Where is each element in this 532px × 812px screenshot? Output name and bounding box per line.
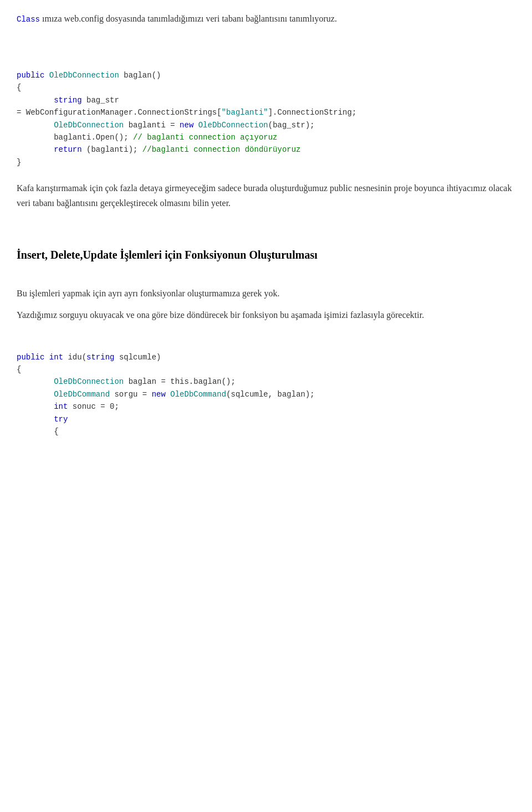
code-block-2: public int idu(string sqlcumle) { OleDbC… — [17, 349, 515, 440]
code-line: OleDbConnection baglanti = new OleDbConn… — [17, 119, 515, 131]
code-line: baglanti.Open(); // baglanti connection … — [17, 131, 515, 143]
code-line: } — [17, 156, 515, 168]
code-line: { — [17, 363, 515, 376]
code-line: OleDbCommand sorgu = new OleDbCommand(sq… — [17, 388, 515, 400]
intro-text-rest: ımıza web.config dosyasında tanımladığım… — [40, 14, 337, 23]
code-line: { — [17, 425, 515, 438]
code-block-1: public OleDbConnection baglan() { string… — [17, 67, 515, 171]
intro-paragraph: Class ımıza web.config dosyasında tanıml… — [17, 11, 515, 27]
code-line: public int idu(string sqlcumle) — [17, 351, 515, 363]
code-line: string bag_str — [17, 94, 515, 106]
code-line: return (baglanti); //baglanti connection… — [17, 143, 515, 156]
middle-paragraph: Kafa karıştırmamak için çok fazla detaya… — [17, 181, 515, 210]
code-line: OleDbConnection baglan = this.baglan(); — [17, 376, 515, 388]
intro-text-class: Class — [17, 15, 40, 24]
code-line: try — [17, 413, 515, 425]
code-line: int sonuc = 0; — [17, 400, 515, 413]
section-para-2: Yazdığımız sorguyu okuyacak ve ona göre … — [17, 307, 515, 322]
code-line: public OleDbConnection baglan() — [17, 69, 515, 81]
section-heading: İnsert, Delete,Update İşlemleri için Fon… — [17, 247, 515, 263]
code-line: = WebConfigurationManager.ConnectionStri… — [17, 106, 515, 119]
code-line: { — [17, 81, 515, 94]
section-para-1: Bu işlemleri yapmak için ayrı ayrı fonks… — [17, 286, 515, 301]
page-container: Class ımıza web.config dosyasında tanıml… — [17, 11, 515, 440]
